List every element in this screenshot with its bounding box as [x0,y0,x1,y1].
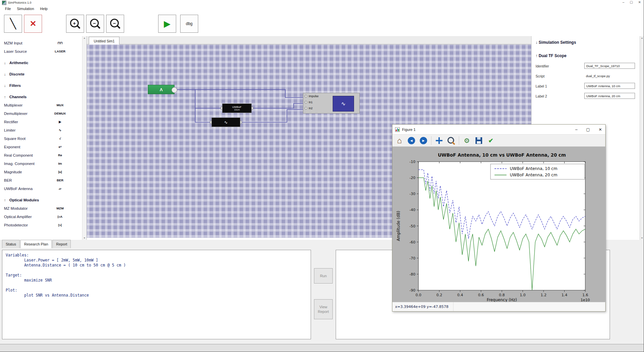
research-plan-text[interactable]: Variables: Laser.Power = [ 2mW, 5mW, 10m… [2,250,311,301]
port-icon[interactable] [305,107,307,110]
palette-item-label: MZM Input [4,41,22,45]
laser-source-block[interactable]: Λ [148,85,175,94]
multiplexer-icon: MUX [50,103,70,107]
zoom-rect-icon[interactable] [447,136,455,145]
edit-parameters-icon[interactable]: ✔ [487,136,495,145]
zoom-reset-button[interactable]: − [106,15,124,33]
wire-icon: ╲ [10,19,16,29]
zoom-reset-icon: − [110,19,120,29]
palette-scrollbar[interactable]: ▲ ▼ [82,36,86,240]
tab-status[interactable]: Status [2,240,20,248]
forward-icon[interactable]: ▶ [419,136,428,145]
figure-canvas[interactable]: 0.00.20.40.60.81.01.21.41.6-10-20-30-40-… [392,147,606,303]
svg-text:Amplitude (dB): Amplitude (dB) [396,211,401,241]
canvas-tab[interactable]: Untitled Sim1 [89,37,119,45]
palette-item-magnitude[interactable]: Magnitude|u| [0,168,82,176]
palette-item-rectifier[interactable]: Rectifier▶ [0,118,82,126]
minimize-icon[interactable]: – [623,0,625,4]
research-plan-editor[interactable]: Variables: Laser.Power = [ 2mW, 5mW, 10m… [2,250,311,339]
scroll-down-icon[interactable]: ▼ [83,237,86,239]
palette-item-ber[interactable]: BERBER [0,176,82,184]
palette-item-demultiplexer[interactable]: DemultiplexerDEMUX [0,109,82,118]
zoom-out-button[interactable]: − [86,15,104,33]
uwbof-antenna-10cm-block[interactable]: UWBoF 10cm [222,104,252,113]
configure-subplots-icon[interactable]: ⚙ [462,136,471,145]
palette-item-label: MZ Modulator [4,206,28,210]
settings-row-label-1: Label 1UWBoF Antenna, 10 cm [532,81,640,92]
palette-item-square-root[interactable]: Square Root√ [0,134,82,143]
run-plan-button[interactable]: Run [314,268,333,284]
window-scrollbar[interactable]: ▲ ▼ [640,36,644,240]
settings-row-script: Scriptdual_tf_scope.py [532,71,640,81]
ber-icon: BER [50,178,70,182]
palette-item-photodetector[interactable]: Photodetector▷| [0,221,82,229]
figure-window[interactable]: Figure 1 – ▢ ✕ ⌂ ◀ ▶ ⚙ ✔ 0.00.20.40.60.8… [392,124,606,312]
svg-text:0.0: 0.0 [415,293,421,297]
palette-item-label: Multiplexer [4,103,23,107]
dual-tf-scope-block[interactable]: ImpulseIn1In2 ∿ [303,93,360,114]
mz-modulator-icon: MZM [50,206,70,210]
play-icon: ▶ [164,19,171,28]
port-icon[interactable] [305,101,307,104]
menu-item-help[interactable]: Help [37,6,51,11]
settings-fields: IdentifierDual_TF_Scope_19710Scriptdual_… [532,61,640,102]
palette-item-uwbof-antenna[interactable]: UWBoF Antenna▱ [0,184,82,193]
wire-tool-button[interactable]: ╲ [4,15,22,33]
palette-item-mzm-input[interactable]: MZM Input⊓⊓ [0,39,82,47]
palette-section-optical-modules[interactable]: ↑Optical Modules [0,196,82,204]
block-label: UWBoF [232,106,242,109]
tab-report[interactable]: Report [52,240,71,248]
label-1-field[interactable]: UWBoF Antenna, 10 cm [584,83,635,89]
palette-item-laser-source[interactable]: Laser SourceLASER [0,47,82,55]
tab-research-plan[interactable]: Research Plan [20,240,52,248]
figure-title-bar[interactable]: Figure 1 – ▢ ✕ [392,125,605,135]
svg-text:1.4: 1.4 [562,293,568,297]
palette-item-limiter[interactable]: Limiter∿ [0,126,82,134]
scroll-down-icon[interactable]: ▼ [641,237,643,239]
palette-item-multiplexer[interactable]: MultiplexerMUX [0,101,82,109]
figure-maximize-icon[interactable]: ▢ [586,127,590,132]
identifier-field[interactable]: Dual_TF_Scope_19710 [584,63,635,69]
scroll-up-icon[interactable]: ▲ [641,37,643,39]
menu-item-simulation[interactable]: Simulation [14,6,37,11]
debug-button[interactable]: dbg [180,15,198,33]
palette-item-real-component[interactable]: Real ComponentRe [0,151,82,159]
palette-section-discrete[interactable]: ↓Discrete [0,70,82,78]
palette-item-exponent[interactable]: Exponenteˣ [0,143,82,151]
settings-panel-header[interactable]: ↓ Simulation Settings [536,40,576,45]
back-icon[interactable]: ◀ [407,136,416,145]
scroll-up-icon[interactable]: ▲ [83,37,86,39]
uwbof-antenna-20cm-block[interactable]: ∿ [212,118,240,127]
label-2-field[interactable]: UWBoF Antenna, 20 cm [584,93,635,99]
maximize-icon[interactable]: ▢ [630,0,633,4]
delete-button[interactable]: ✕ [24,15,42,33]
real-component-icon: Re [50,153,70,157]
zoom-in-button[interactable]: + [66,15,84,33]
menu-item-file[interactable]: File [2,6,14,11]
port-icon[interactable] [305,95,307,98]
palette-item-imag-component[interactable]: Imag. ComponentIm [0,159,82,168]
figure-close-icon[interactable]: ✕ [599,127,602,132]
figure-minimize-icon[interactable]: – [575,127,578,132]
palette-item-mz-modulator[interactable]: MZ ModulatorMZM [0,204,82,212]
close-icon[interactable]: ✕ [638,0,641,4]
output-port[interactable] [172,87,177,93]
dual-tf-scope-section-header[interactable]: ↑ Dual TF Scope [536,53,567,58]
home-icon[interactable]: ⌂ [395,136,404,145]
view-report-button[interactable]: View Report [314,299,333,319]
svg-text:-50: -50 [409,224,415,228]
field-label: Label 1 [536,84,547,88]
section-arrow-icon: ↓ [4,83,7,87]
palette-item-optical-amplifier[interactable]: Optical Amplifier▷A [0,212,82,221]
palette-section-filters[interactable]: ↓Filters [0,81,82,90]
antenna-response-icon: ∿ [224,120,228,125]
save-icon[interactable] [474,136,483,145]
svg-text:1.6: 1.6 [582,293,588,297]
app-title: SimPhotonics 1.0 [8,1,31,4]
pan-icon[interactable] [435,136,443,145]
svg-text:-20: -20 [409,176,415,180]
palette-section-channels[interactable]: ↑Channels [0,93,82,101]
palette-section-arithmetic[interactable]: ↓Arithmetic [0,58,82,67]
run-simulation-button[interactable]: ▶ [158,15,176,33]
bottom-tab-bar: StatusResearch PlanReport [2,240,71,248]
